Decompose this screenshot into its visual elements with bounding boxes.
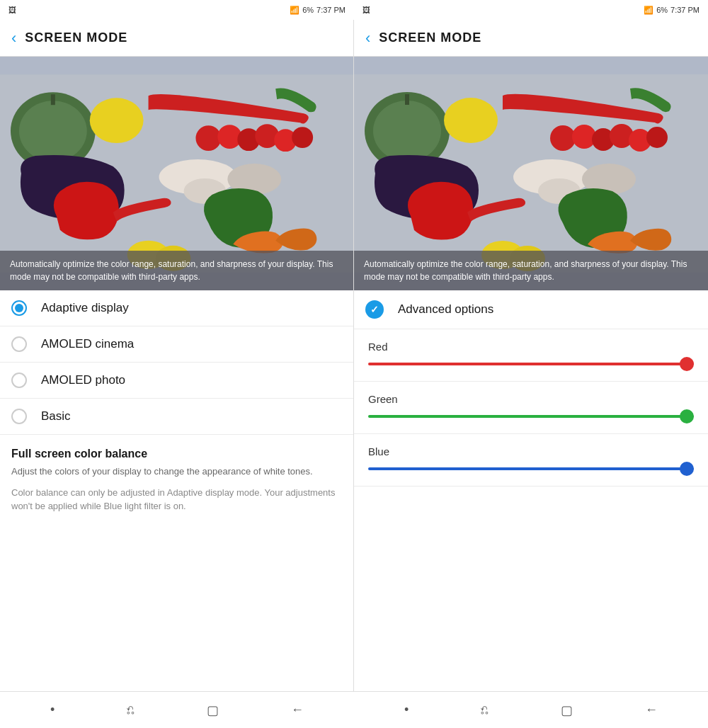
green-label: Green: [368, 393, 694, 405]
blue-label: Blue: [368, 445, 694, 457]
right-back-button[interactable]: ‹: [365, 29, 370, 47]
status-right-left-indicators: 🖼: [362, 6, 370, 14]
red-slider-section: Red: [354, 329, 708, 382]
advanced-check-circle: ✓: [365, 300, 384, 319]
svg-point-10: [292, 127, 313, 148]
left-settings-list: Adaptive display AMOLED cinema AMOLED ph…: [0, 290, 353, 691]
green-slider-section: Green: [354, 382, 708, 434]
left-screen-title: SCREEN MODE: [25, 30, 127, 45]
time-left: 7:37 PM: [316, 6, 346, 14]
red-label: Red: [368, 341, 694, 353]
left-nav-dot[interactable]: •: [50, 703, 55, 717]
right-nav: • ⎌ ▢ ←: [354, 692, 708, 728]
right-screen-title: SCREEN MODE: [379, 30, 481, 45]
adaptive-display-item[interactable]: Adaptive display: [0, 290, 353, 326]
svg-point-2: [19, 101, 87, 161]
blue-slider-thumb[interactable]: [680, 462, 694, 476]
amoled-cinema-item[interactable]: AMOLED cinema: [0, 326, 353, 363]
adaptive-radio-inner: [15, 304, 23, 312]
right-image-caption: Automatically optimize the color range, …: [354, 251, 708, 290]
right-nav-dot[interactable]: •: [404, 703, 409, 717]
color-balance-section: Full screen color balance Adjust the col…: [0, 435, 353, 518]
advanced-options-section: ✓ Advanced options Red Green Blue: [354, 290, 708, 691]
svg-point-21: [550, 125, 576, 151]
svg-point-5: [195, 125, 221, 151]
status-right-info-right: 📶 6% 7:37 PM: [644, 6, 700, 15]
blue-slider-section: Blue: [354, 434, 708, 487]
left-image-caption: Automatically optimize the color range, …: [0, 251, 353, 290]
status-bar-right: 🖼 📶 6% 7:37 PM: [354, 0, 708, 20]
svg-point-18: [373, 101, 441, 161]
nav-bar: • ⎌ ▢ ← • ⎌ ▢ ←: [0, 691, 708, 728]
screenshot-icon: 🖼: [8, 6, 16, 14]
left-image-area: Automatically optimize the color range, …: [0, 57, 353, 290]
status-bar-left: 🖼 📶 6% 7:37 PM: [0, 0, 354, 20]
left-nav-recent[interactable]: ⎌: [127, 703, 135, 717]
svg-rect-3: [51, 94, 55, 105]
right-nav-recent[interactable]: ⎌: [481, 703, 489, 717]
green-slider-thumb[interactable]: [680, 409, 694, 423]
status-right-info: 📶 6% 7:37 PM: [290, 6, 346, 15]
green-slider-track[interactable]: [368, 415, 694, 418]
right-header: ‹ SCREEN MODE: [354, 20, 708, 57]
adaptive-radio[interactable]: [11, 300, 27, 316]
color-balance-desc: Adjust the colors of your display to cha…: [11, 465, 342, 479]
red-slider-thumb[interactable]: [680, 357, 694, 371]
screenshot-icon-right: 🖼: [362, 6, 370, 14]
amoled-photo-item[interactable]: AMOLED photo: [0, 363, 353, 399]
amoled-cinema-label: AMOLED cinema: [41, 337, 134, 351]
svg-point-20: [444, 98, 498, 143]
basic-radio[interactable]: [11, 409, 27, 424]
battery-right: 6%: [656, 6, 668, 14]
right-image-area: Automatically optimize the color range, …: [354, 57, 708, 290]
amoled-photo-label: AMOLED photo: [41, 373, 125, 387]
left-panel: ‹ SCREEN MODE: [0, 20, 354, 691]
right-panel: ‹ SCREEN MODE: [354, 20, 708, 691]
red-slider-track[interactable]: [368, 363, 694, 365]
color-balance-title: Full screen color balance: [11, 448, 342, 460]
status-left-indicators: 🖼: [8, 6, 16, 14]
svg-point-4: [90, 98, 144, 143]
battery-left: 6%: [302, 6, 314, 14]
checkmark-icon: ✓: [370, 304, 379, 315]
cinema-radio[interactable]: [11, 336, 27, 352]
right-nav-home[interactable]: ▢: [561, 703, 573, 718]
advanced-options-header[interactable]: ✓ Advanced options: [354, 290, 708, 329]
left-nav: • ⎌ ▢ ←: [0, 692, 354, 728]
left-nav-back[interactable]: ←: [291, 703, 304, 717]
wifi-icon-right: 📶: [644, 6, 653, 15]
screens-container: ‹ SCREEN MODE: [0, 20, 708, 691]
left-header: ‹ SCREEN MODE: [0, 20, 353, 57]
left-back-button[interactable]: ‹: [11, 29, 16, 47]
svg-point-26: [646, 127, 668, 148]
basic-label: Basic: [41, 409, 71, 423]
photo-radio[interactable]: [11, 372, 27, 388]
blue-slider-track[interactable]: [368, 467, 694, 470]
basic-item[interactable]: Basic: [0, 399, 353, 435]
left-nav-home[interactable]: ▢: [207, 703, 219, 718]
time-right: 7:37 PM: [670, 6, 700, 14]
status-bar: 🖼 📶 6% 7:37 PM 🖼 📶 6% 7:37 PM: [0, 0, 708, 20]
right-nav-back[interactable]: ←: [645, 703, 658, 717]
adaptive-display-label: Adaptive display: [41, 301, 129, 315]
advanced-options-label: Advanced options: [398, 302, 493, 317]
svg-rect-19: [405, 94, 409, 105]
color-balance-note: Color balance can only be adjusted in Ad…: [11, 486, 342, 513]
wifi-icon: 📶: [290, 6, 299, 15]
